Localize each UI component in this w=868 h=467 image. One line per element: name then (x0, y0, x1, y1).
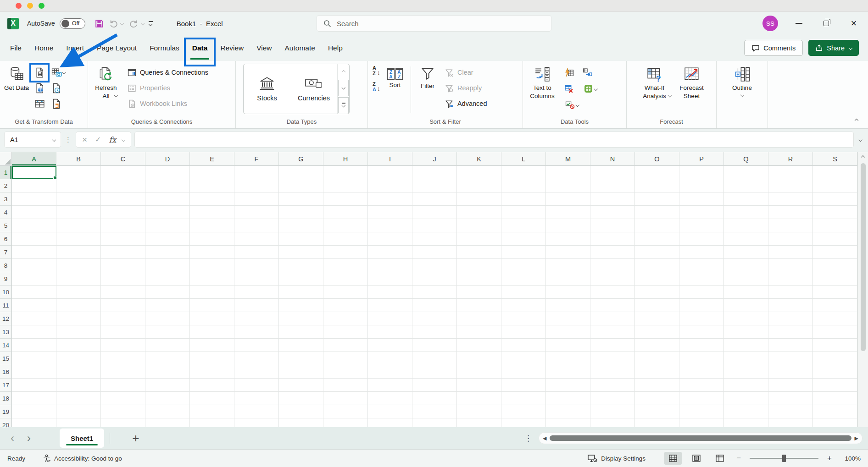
cell-S18[interactable] (813, 392, 857, 405)
display-settings-button[interactable]: Display Settings (588, 455, 645, 462)
cell-J2[interactable] (412, 179, 457, 192)
flash-fill-button[interactable] (562, 66, 576, 80)
cell-K19[interactable] (457, 405, 501, 418)
cell-D19[interactable] (145, 405, 190, 418)
cell-K3[interactable] (457, 192, 501, 206)
cell-B8[interactable] (56, 259, 101, 272)
cell-O9[interactable] (635, 272, 679, 286)
cell-C9[interactable] (101, 272, 145, 286)
cell-E14[interactable] (190, 339, 234, 352)
cell-B1[interactable] (56, 166, 101, 179)
cell-K14[interactable] (457, 339, 501, 352)
cell-J11[interactable] (412, 299, 457, 312)
cell-B2[interactable] (56, 179, 101, 192)
cell-A2[interactable] (12, 179, 56, 192)
cell-B16[interactable] (56, 365, 101, 379)
cell-M2[interactable] (546, 179, 590, 192)
cell-S6[interactable] (813, 232, 857, 246)
cell-I11[interactable] (368, 299, 412, 312)
row-header-4[interactable]: 4 (0, 206, 12, 219)
cell-G5[interactable] (279, 219, 323, 232)
cell-J6[interactable] (412, 232, 457, 246)
cell-H20[interactable] (323, 418, 368, 427)
cell-F10[interactable] (234, 286, 279, 299)
cell-N16[interactable] (590, 365, 635, 379)
zoom-out-button[interactable]: − (734, 454, 743, 463)
cell-E10[interactable] (190, 286, 234, 299)
cell-D12[interactable] (145, 312, 190, 325)
redo-dropdown-icon[interactable] (140, 22, 144, 25)
what-if-analysis-button[interactable]: ? What-If Analysis (636, 65, 673, 97)
cell-J5[interactable] (412, 219, 457, 232)
cell-Q8[interactable] (724, 259, 768, 272)
cell-O6[interactable] (635, 232, 679, 246)
cell-P7[interactable] (679, 246, 724, 259)
cell-G1[interactable] (279, 166, 323, 179)
cell-G8[interactable] (279, 259, 323, 272)
cell-B7[interactable] (56, 246, 101, 259)
tab-help[interactable]: Help (322, 35, 349, 61)
cell-C10[interactable] (101, 286, 145, 299)
redo-button[interactable] (127, 16, 141, 30)
cell-P14[interactable] (679, 339, 724, 352)
workbook-links-button[interactable]: Workbook Links (125, 96, 211, 111)
from-web-button[interactable] (32, 81, 47, 95)
cell-O18[interactable] (635, 392, 679, 405)
column-header-J[interactable]: J (412, 152, 457, 166)
cell-M11[interactable] (546, 299, 590, 312)
cell-N19[interactable] (590, 405, 635, 418)
cell-R8[interactable] (768, 259, 813, 272)
cell-E15[interactable] (190, 352, 234, 365)
queries-connections-button[interactable]: Queries & Connections (125, 65, 211, 80)
cell-D1[interactable] (145, 166, 190, 179)
cell-C20[interactable] (101, 418, 145, 427)
cell-S5[interactable] (813, 219, 857, 232)
cell-L17[interactable] (501, 379, 546, 392)
comments-button[interactable]: Comments (744, 40, 803, 56)
cell-K13[interactable] (457, 325, 501, 339)
cell-P15[interactable] (679, 352, 724, 365)
row-header-12[interactable]: 12 (0, 312, 12, 325)
traffic-minimize-icon[interactable] (27, 3, 33, 9)
cell-Q1[interactable] (724, 166, 768, 179)
cell-Q16[interactable] (724, 365, 768, 379)
cell-H19[interactable] (323, 405, 368, 418)
cell-A9[interactable] (12, 272, 56, 286)
cell-Q19[interactable] (724, 405, 768, 418)
cell-F7[interactable] (234, 246, 279, 259)
cell-E6[interactable] (190, 232, 234, 246)
cell-M5[interactable] (546, 219, 590, 232)
cell-D17[interactable] (145, 379, 190, 392)
cell-S4[interactable] (813, 206, 857, 219)
text-to-columns-button[interactable]: Text to Columns (526, 65, 559, 100)
cell-R1[interactable] (768, 166, 813, 179)
cell-R2[interactable] (768, 179, 813, 192)
cell-N13[interactable] (590, 325, 635, 339)
cell-J19[interactable] (412, 405, 457, 418)
insert-function-button[interactable]: fx (109, 135, 117, 144)
cell-C15[interactable] (101, 352, 145, 365)
cell-K10[interactable] (457, 286, 501, 299)
cell-J13[interactable] (412, 325, 457, 339)
cell-F4[interactable] (234, 206, 279, 219)
cell-E8[interactable] (190, 259, 234, 272)
recent-sources-button[interactable] (49, 81, 63, 95)
save-button[interactable] (93, 16, 106, 30)
row-header-10[interactable]: 10 (0, 286, 12, 299)
cell-K7[interactable] (457, 246, 501, 259)
zoom-slider[interactable] (750, 458, 818, 459)
cell-C17[interactable] (101, 379, 145, 392)
cell-I10[interactable] (368, 286, 412, 299)
cell-F16[interactable] (234, 365, 279, 379)
cell-F19[interactable] (234, 405, 279, 418)
cell-N6[interactable] (590, 232, 635, 246)
cell-M15[interactable] (546, 352, 590, 365)
cell-B11[interactable] (56, 299, 101, 312)
cell-P3[interactable] (679, 192, 724, 206)
cell-H4[interactable] (323, 206, 368, 219)
cell-C13[interactable] (101, 325, 145, 339)
cell-O7[interactable] (635, 246, 679, 259)
tab-file[interactable]: File (4, 35, 28, 61)
cell-K18[interactable] (457, 392, 501, 405)
cell-L20[interactable] (501, 418, 546, 427)
